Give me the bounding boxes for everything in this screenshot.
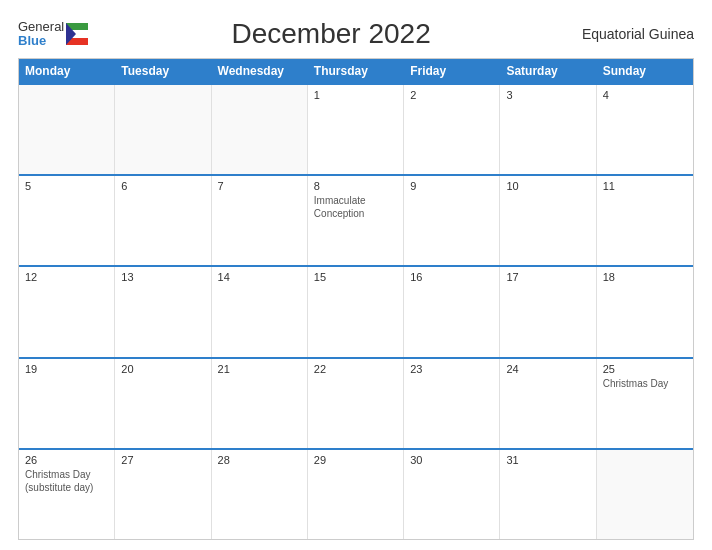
header-day-saturday: Saturday	[500, 59, 596, 83]
day-number: 9	[410, 180, 493, 192]
day-cell: 8Immaculate Conception	[308, 176, 404, 265]
day-number: 22	[314, 363, 397, 375]
logo-general-text: General	[18, 20, 64, 34]
day-cell: 15	[308, 267, 404, 356]
day-number: 24	[506, 363, 589, 375]
day-number: 11	[603, 180, 687, 192]
day-cell: 12	[19, 267, 115, 356]
day-cell: 24	[500, 359, 596, 448]
day-number: 8	[314, 180, 397, 192]
logo: General Blue	[18, 20, 88, 49]
day-cell	[115, 85, 211, 174]
day-cell: 5	[19, 176, 115, 265]
day-number: 16	[410, 271, 493, 283]
day-number: 29	[314, 454, 397, 466]
day-number: 1	[314, 89, 397, 101]
day-number: 7	[218, 180, 301, 192]
day-cell: 23	[404, 359, 500, 448]
day-number: 12	[25, 271, 108, 283]
calendar-header: MondayTuesdayWednesdayThursdayFridaySatu…	[19, 59, 693, 83]
logo-flag-icon	[66, 23, 88, 45]
week-row-1: 1234	[19, 83, 693, 174]
day-cell: 26Christmas Day (substitute day)	[19, 450, 115, 539]
day-cell: 1	[308, 85, 404, 174]
calendar-weeks: 12345678Immaculate Conception91011121314…	[19, 83, 693, 539]
day-cell: 22	[308, 359, 404, 448]
calendar: MondayTuesdayWednesdayThursdayFridaySatu…	[18, 58, 694, 540]
day-cell: 19	[19, 359, 115, 448]
country-name: Equatorial Guinea	[574, 26, 694, 42]
day-cell: 30	[404, 450, 500, 539]
day-cell: 4	[597, 85, 693, 174]
day-number: 6	[121, 180, 204, 192]
event-text: Immaculate Conception	[314, 194, 397, 220]
day-cell: 14	[212, 267, 308, 356]
day-number: 30	[410, 454, 493, 466]
event-text: Christmas Day	[603, 377, 687, 390]
day-number: 5	[25, 180, 108, 192]
day-number: 3	[506, 89, 589, 101]
day-number: 23	[410, 363, 493, 375]
day-number: 25	[603, 363, 687, 375]
day-number: 13	[121, 271, 204, 283]
day-cell	[19, 85, 115, 174]
day-cell: 31	[500, 450, 596, 539]
day-cell: 13	[115, 267, 211, 356]
day-number: 15	[314, 271, 397, 283]
header-day-monday: Monday	[19, 59, 115, 83]
day-number: 18	[603, 271, 687, 283]
day-cell: 10	[500, 176, 596, 265]
day-cell: 17	[500, 267, 596, 356]
day-cell: 11	[597, 176, 693, 265]
day-number: 21	[218, 363, 301, 375]
header-day-wednesday: Wednesday	[212, 59, 308, 83]
day-cell: 20	[115, 359, 211, 448]
day-cell: 9	[404, 176, 500, 265]
day-cell: 25Christmas Day	[597, 359, 693, 448]
week-row-5: 26Christmas Day (substitute day)27282930…	[19, 448, 693, 539]
week-row-4: 19202122232425Christmas Day	[19, 357, 693, 448]
day-cell: 28	[212, 450, 308, 539]
event-text: Christmas Day (substitute day)	[25, 468, 108, 494]
day-number: 4	[603, 89, 687, 101]
day-number: 31	[506, 454, 589, 466]
day-number: 19	[25, 363, 108, 375]
day-number: 2	[410, 89, 493, 101]
day-cell: 29	[308, 450, 404, 539]
day-cell	[212, 85, 308, 174]
day-cell	[597, 450, 693, 539]
day-number: 10	[506, 180, 589, 192]
week-row-2: 5678Immaculate Conception91011	[19, 174, 693, 265]
header-day-tuesday: Tuesday	[115, 59, 211, 83]
day-number: 27	[121, 454, 204, 466]
calendar-title: December 2022	[88, 18, 574, 50]
day-cell: 21	[212, 359, 308, 448]
header-day-sunday: Sunday	[597, 59, 693, 83]
logo-blue-text: Blue	[18, 34, 64, 48]
day-number: 28	[218, 454, 301, 466]
day-cell: 3	[500, 85, 596, 174]
day-cell: 18	[597, 267, 693, 356]
header-day-friday: Friday	[404, 59, 500, 83]
header-day-thursday: Thursday	[308, 59, 404, 83]
day-cell: 16	[404, 267, 500, 356]
day-number: 17	[506, 271, 589, 283]
day-cell: 27	[115, 450, 211, 539]
day-cell: 2	[404, 85, 500, 174]
week-row-3: 12131415161718	[19, 265, 693, 356]
day-number: 26	[25, 454, 108, 466]
day-number: 14	[218, 271, 301, 283]
day-number: 20	[121, 363, 204, 375]
day-cell: 6	[115, 176, 211, 265]
day-cell: 7	[212, 176, 308, 265]
